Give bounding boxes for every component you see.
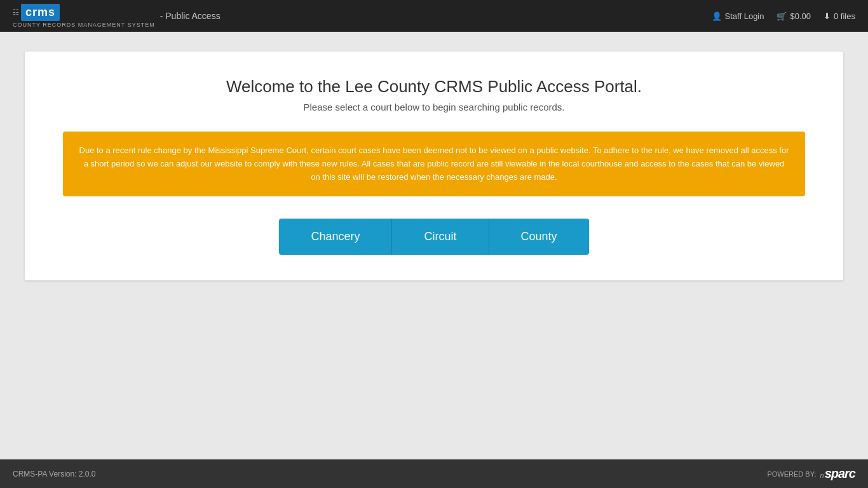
page-title: Welcome to the Lee County CRMS Public Ac… <box>63 77 805 97</box>
logo: ☷ crms COUNTY RECORDS MANAGEMENT SYSTEM <box>13 4 155 28</box>
page-subtitle: Please select a court below to begin sea… <box>63 102 805 112</box>
chancery-button[interactable]: Chancery <box>279 219 392 255</box>
main-card: Welcome to the Lee County CRMS Public Ac… <box>24 51 844 281</box>
navbar: ☷ crms COUNTY RECORDS MANAGEMENT SYSTEM … <box>0 0 868 32</box>
circuit-button[interactable]: Circuit <box>392 219 489 255</box>
files-label: 0 files <box>834 11 855 21</box>
footer: CRMS-PA Version: 2.0.0 POWERED BY: n spa… <box>0 459 868 488</box>
powered-by: POWERED BY: n sparc <box>767 466 855 481</box>
nsparc-logo: n sparc <box>820 466 856 481</box>
cart-label: $0.00 <box>790 11 811 21</box>
files-link[interactable]: ⬇ 0 files <box>824 11 855 21</box>
alert-text: Due to a recent rule change by the Missi… <box>79 144 789 184</box>
user-icon: 👤 <box>712 11 722 21</box>
cart-link[interactable]: 🛒 $0.00 <box>776 11 811 21</box>
staff-login-link[interactable]: 👤 Staff Login <box>712 11 764 21</box>
content-wrapper: Welcome to the Lee County CRMS Public Ac… <box>0 32 868 459</box>
cart-icon: 🛒 <box>776 11 787 21</box>
logo-box: crms <box>21 4 60 21</box>
download-icon: ⬇ <box>824 11 831 21</box>
alert-warning: Due to a recent rule change by the Missi… <box>63 132 805 196</box>
staff-login-label: Staff Login <box>725 11 764 21</box>
version-label: CRMS-PA Version: 2.0.0 <box>13 470 96 478</box>
navbar-links: 👤 Staff Login 🛒 $0.00 ⬇ 0 files <box>712 11 855 21</box>
county-button[interactable]: County <box>489 219 589 255</box>
powered-by-label: POWERED BY: <box>767 470 816 478</box>
brand: ☷ crms COUNTY RECORDS MANAGEMENT SYSTEM … <box>13 4 220 28</box>
brand-text: - Public Access <box>160 11 220 21</box>
logo-subtitle: COUNTY RECORDS MANAGEMENT SYSTEM <box>13 22 155 28</box>
court-buttons: Chancery Circuit County <box>63 219 805 255</box>
